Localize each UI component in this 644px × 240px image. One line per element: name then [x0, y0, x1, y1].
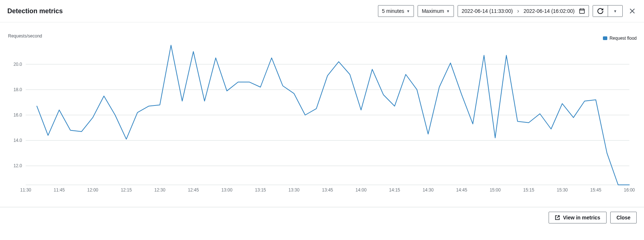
- page-title: Detection metrics: [7, 7, 63, 15]
- svg-text:13:15: 13:15: [255, 187, 266, 193]
- svg-text:16.0: 16.0: [14, 112, 22, 118]
- external-link-icon: [555, 215, 560, 220]
- chevron-down-icon: ▼: [446, 9, 450, 13]
- close-icon: [630, 8, 635, 14]
- svg-text:12:30: 12:30: [154, 187, 165, 193]
- svg-text:18.0: 18.0: [14, 87, 22, 92]
- svg-text:14:00: 14:00: [356, 187, 367, 193]
- chart-title: Requests/second: [8, 33, 637, 39]
- chevron-down-icon: ▼: [614, 9, 617, 13]
- chart-legend: Request flood: [603, 36, 637, 41]
- legend-label: Request flood: [610, 36, 637, 41]
- header: Detection metrics 5 minutes ▼ Maximum ▼ …: [0, 0, 644, 22]
- svg-text:13:30: 13:30: [288, 187, 299, 193]
- svg-text:12.0: 12.0: [14, 163, 22, 168]
- refresh-icon: [597, 8, 603, 14]
- chevron-down-icon: ▼: [407, 9, 410, 13]
- svg-text:14.0: 14.0: [14, 138, 22, 143]
- refresh-button-group: ▼: [593, 5, 623, 17]
- calendar-icon: [579, 8, 585, 14]
- svg-text:12:00: 12:00: [87, 187, 98, 193]
- svg-text:14:45: 14:45: [456, 187, 467, 193]
- svg-text:15:45: 15:45: [590, 187, 601, 193]
- svg-text:15:30: 15:30: [557, 187, 568, 193]
- period-dropdown[interactable]: 5 minutes ▼: [378, 5, 414, 17]
- svg-text:11:30: 11:30: [20, 187, 31, 193]
- time-to: 2022-06-14 (16:02:00): [524, 8, 575, 14]
- svg-text:11:45: 11:45: [54, 187, 65, 193]
- svg-text:13:00: 13:00: [221, 187, 232, 193]
- chart-panel: Requests/second Request flood 12.014.016…: [0, 22, 644, 207]
- legend-swatch: [603, 36, 607, 40]
- svg-text:12:45: 12:45: [188, 187, 199, 193]
- chart: 12.014.016.018.020.011:3011:4512:0012:15…: [7, 42, 637, 200]
- close-label: Close: [616, 215, 630, 221]
- svg-text:13:45: 13:45: [322, 187, 333, 193]
- footer: View in metrics Close: [0, 207, 644, 228]
- svg-text:12:15: 12:15: [121, 187, 132, 193]
- view-in-metrics-label: View in metrics: [563, 215, 600, 221]
- svg-text:20.0: 20.0: [14, 62, 22, 67]
- close-button[interactable]: [628, 7, 637, 15]
- svg-text:15:00: 15:00: [490, 187, 501, 193]
- statistic-dropdown[interactable]: Maximum ▼: [418, 5, 454, 17]
- svg-text:15:15: 15:15: [523, 187, 534, 193]
- toolbar: 5 minutes ▼ Maximum ▼ 2022-06-14 (11:33:…: [378, 5, 637, 17]
- close-button-footer[interactable]: Close: [610, 212, 637, 223]
- refresh-options-button[interactable]: ▼: [608, 6, 622, 17]
- svg-rect-0: [580, 9, 585, 14]
- statistic-dropdown-label: Maximum: [422, 8, 444, 14]
- svg-text:16:00: 16:00: [624, 187, 635, 193]
- view-in-metrics-button[interactable]: View in metrics: [549, 212, 607, 223]
- refresh-button[interactable]: [593, 6, 608, 17]
- time-from: 2022-06-14 (11:33:00): [462, 8, 513, 14]
- svg-text:14:30: 14:30: [423, 187, 434, 193]
- svg-text:14:15: 14:15: [389, 187, 400, 193]
- time-range-picker[interactable]: 2022-06-14 (11:33:00) › 2022-06-14 (16:0…: [458, 5, 589, 17]
- period-dropdown-label: 5 minutes: [382, 8, 404, 14]
- chevron-right-icon: ›: [517, 8, 519, 14]
